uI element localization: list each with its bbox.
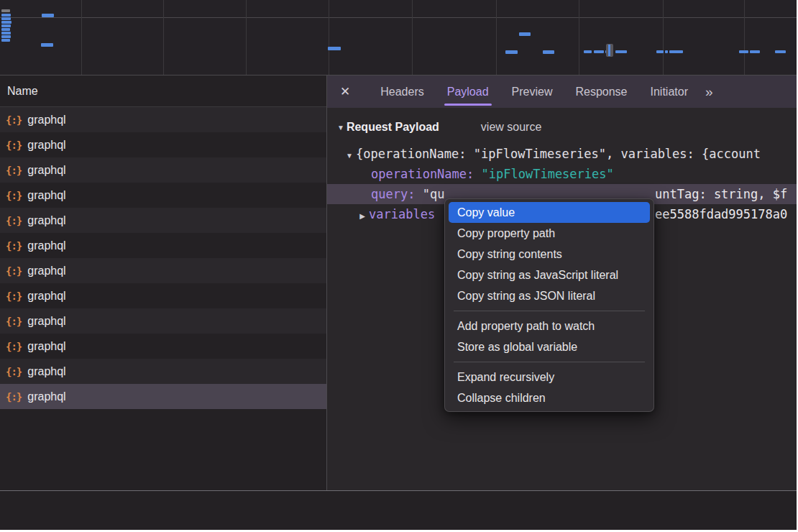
expand-arrow-icon[interactable]: ▼ <box>343 146 356 164</box>
tab-payload[interactable]: Payload <box>436 75 500 108</box>
overview-gridline <box>163 0 164 75</box>
tab-list: HeadersPayloadPreviewResponseInitiator <box>369 75 700 108</box>
overview-gridline <box>579 0 579 75</box>
request-name: graphql <box>27 265 65 278</box>
overview-request-bar <box>750 50 760 53</box>
request-name: graphql <box>27 290 65 303</box>
menu-item-add-property-path-to-watch[interactable]: Add property path to watch <box>445 316 653 336</box>
tab-initiator[interactable]: Initiator <box>639 75 700 108</box>
overview-gridline <box>744 0 745 75</box>
menu-item-copy-value[interactable]: Copy value <box>449 202 650 223</box>
name-column-header[interactable]: Name <box>0 75 326 107</box>
payload-root-row[interactable]: ▼{operationName: "ipFlowTimeseries", var… <box>327 144 797 164</box>
overview-request-bar <box>1 35 11 38</box>
overview-request-bar <box>669 50 683 53</box>
menu-item-collapse-children[interactable]: Collapse children <box>445 387 653 408</box>
network-request-row[interactable]: {:}graphql <box>0 258 326 283</box>
network-overview[interactable] <box>0 0 797 75</box>
tab-response[interactable]: Response <box>564 75 638 108</box>
request-name: graphql <box>27 189 65 202</box>
tab-label: Initiator <box>651 86 688 98</box>
network-request-row[interactable]: {:}graphql <box>0 157 326 183</box>
property-value: "ipFlowTimeseries" <box>474 167 613 181</box>
overview-request-bar <box>1 21 12 24</box>
request-name: graphql <box>27 239 65 252</box>
tab-label: Preview <box>512 86 553 98</box>
json-braces-icon: {:} <box>6 215 22 226</box>
json-braces-icon: {:} <box>6 341 22 352</box>
network-request-list: {:}graphql{:}graphql{:}graphql{:}graphql… <box>0 107 326 409</box>
menu-item-copy-string-as-javascript-literal[interactable]: Copy string as JavaScript literal <box>445 265 653 285</box>
network-request-row[interactable]: {:}graphql <box>0 132 326 157</box>
network-request-row[interactable]: {:}graphql <box>0 308 326 334</box>
menu-item-copy-property-path[interactable]: Copy property path <box>445 223 653 244</box>
request-payload-header[interactable]: ▼ Request Payload view source <box>337 121 797 134</box>
tab-label: Headers <box>380 86 423 98</box>
section-collapse-icon[interactable]: ▼ <box>337 124 344 132</box>
overview-request-bar <box>42 14 54 17</box>
summary-bar <box>0 491 797 530</box>
network-request-row[interactable]: {:}graphql <box>0 208 326 233</box>
overview-request-bar <box>1 32 11 35</box>
root-object-preview: {operationName: "ipFlowTimeseries", vari… <box>356 147 761 161</box>
overview-request-bar <box>594 50 604 53</box>
json-braces-icon: {:} <box>6 265 22 277</box>
devtools-window: Name {:}graphql{:}graphql{:}graphql{:}gr… <box>0 0 797 530</box>
panel-vertical-divider[interactable] <box>326 75 327 530</box>
network-request-row[interactable]: {:}graphql <box>0 233 326 258</box>
menu-item-expand-recursively[interactable]: Expand recursively <box>445 367 653 387</box>
overview-request-bar <box>1 14 11 17</box>
overview-gridline <box>496 0 497 75</box>
menu-item-copy-string-contents[interactable]: Copy string contents <box>445 244 653 265</box>
overview-request-bar <box>665 50 668 53</box>
overview-horizontal-divider <box>0 17 797 18</box>
overview-request-bar <box>584 50 592 53</box>
close-icon[interactable]: ✕ <box>340 84 350 99</box>
network-request-row[interactable]: {:}graphql <box>0 359 326 384</box>
overview-request-bar <box>1 39 10 42</box>
overview-request-bar <box>615 50 627 53</box>
collapsed-arrow-icon[interactable]: ▶ <box>356 206 369 224</box>
detail-tab-bar: ✕ HeadersPayloadPreviewResponseInitiator… <box>327 75 797 108</box>
context-menu: Copy valueCopy property pathCopy string … <box>444 198 654 412</box>
overview-gridline <box>412 0 413 75</box>
json-braces-icon: {:} <box>6 391 22 403</box>
overview-request-bar <box>1 17 11 20</box>
menu-separator <box>454 362 645 362</box>
request-name: graphql <box>27 390 65 403</box>
network-request-row[interactable]: {:}graphql <box>0 183 326 208</box>
overview-request-bar <box>519 32 531 36</box>
request-name: graphql <box>27 340 65 353</box>
tab-headers[interactable]: Headers <box>369 75 435 108</box>
request-name: graphql <box>27 164 65 177</box>
network-request-row[interactable]: {:}graphql <box>0 384 326 409</box>
overview-request-bar <box>775 50 786 53</box>
json-braces-icon: {:} <box>6 190 22 201</box>
overview-request-bar <box>41 43 53 47</box>
more-tabs-icon[interactable]: » <box>705 84 712 100</box>
overview-request-bar <box>656 50 664 53</box>
payload-row-operation-name[interactable]: operationName: "ipFlowTimeseries" <box>327 164 797 184</box>
menu-item-store-as-global-variable[interactable]: Store as global variable <box>445 336 653 357</box>
network-request-panel: Name {:}graphql{:}graphql{:}graphql{:}gr… <box>0 75 326 490</box>
overview-request-bar <box>1 24 11 27</box>
json-braces-icon: {:} <box>6 114 22 126</box>
request-name: graphql <box>27 315 65 328</box>
request-name: graphql <box>27 139 65 152</box>
property-value-right: ee5588fdad995178a0 <box>655 204 787 224</box>
request-name: graphql <box>27 365 65 378</box>
tab-preview[interactable]: Preview <box>500 75 564 108</box>
view-source-link[interactable]: view source <box>481 121 541 134</box>
menu-item-copy-string-as-json-literal[interactable]: Copy string as JSON literal <box>445 285 653 306</box>
property-value-right: untTag: string, $f <box>655 184 787 204</box>
network-request-row[interactable]: {:}graphql <box>0 334 326 359</box>
tab-label: Response <box>575 86 627 98</box>
overview-request-bar <box>543 50 554 54</box>
network-request-row[interactable]: {:}graphql <box>0 107 326 132</box>
tab-label: Payload <box>447 86 489 98</box>
overview-request-bar <box>1 9 10 12</box>
network-request-row[interactable]: {:}graphql <box>0 283 326 308</box>
property-value-left: "qu <box>415 187 444 201</box>
menu-separator <box>454 311 645 311</box>
overview-selected-marker <box>606 44 613 57</box>
